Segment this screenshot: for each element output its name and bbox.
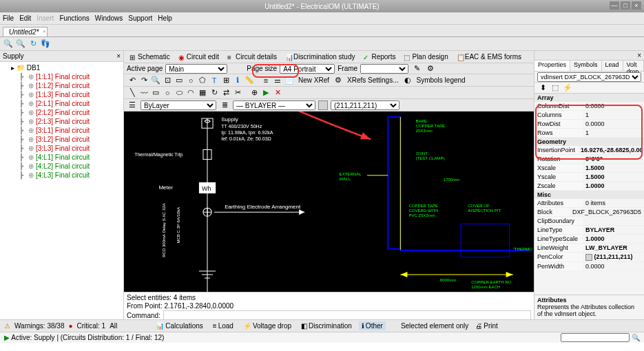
menu-functions[interactable]: Functions [59,14,89,22]
tree-circuit[interactable]: ┣⊕ [4:L3] Final circuit [3,171,121,180]
document-tab[interactable]: Untitled2* × [3,27,48,36]
load-button[interactable]: ≡Load [210,321,236,330]
rotate-icon[interactable]: ↻ [209,87,220,98]
object-selector[interactable]: vdInsert DXF_BLOCK_267963D5DCE5FED67l [537,72,641,82]
footprint-icon[interactable]: 👣 [40,39,51,50]
tab-discrimination[interactable]: 📊Discrimination study [282,52,357,61]
tab-reports[interactable]: ✓Reports [360,52,398,61]
undo-icon[interactable]: ↶ [127,75,138,86]
property-grid[interactable]: Array ColumnDist0.0000 Columns1 RowDist0… [534,94,644,295]
menu-edit[interactable]: Edit [19,14,31,22]
filter-all[interactable]: All [110,322,117,330]
page-size-select[interactable]: A4 Portrait [280,64,335,74]
tree-circuit[interactable]: ┣⊕ [3:L3] Final circuit [3,144,121,153]
new-xref-button[interactable]: New XRef [295,76,332,84]
color-select[interactable]: (211,211,211) [331,100,399,110]
tree-circuit[interactable]: ┣⊕ [3:L2] Final circuit [3,135,121,144]
tree-circuit[interactable]: ┣⊕ [4:L2] Final circuit [3,162,121,171]
tree-circuit[interactable]: ┣⊕ [1:L2] Final circuit [3,81,121,90]
panel-close-icon[interactable]: × [116,52,121,60]
circuit-tree[interactable]: ▸ 📁 DB1 ┣⊕ [1:L1] Final circuit┣⊕ [1:L2]… [0,62,123,181]
warnings-count[interactable]: Warnings: 38/38 [14,322,64,330]
mirror-icon[interactable]: ⇄ [220,87,231,98]
drawing-canvas[interactable]: Supply TT 400/230V 50Hz Ip: 11.98kA, Ipn… [124,111,534,292]
text-tool-icon[interactable]: T [209,75,220,86]
refresh-icon[interactable]: ↻ [28,39,39,50]
play-icon[interactable]: ▶ [260,87,271,98]
sort-icon[interactable]: ⬍ [537,83,548,94]
polygon-icon[interactable]: ⬠ [197,75,208,86]
arc-icon[interactable]: ◠ [185,87,196,98]
symbols-legend-button[interactable]: Symbols legend [414,76,468,84]
tab-schematic[interactable]: ⊞Schematic [127,52,173,61]
maximize-button[interactable]: □ [621,1,630,10]
zoom-icon[interactable]: 🔍 [150,75,161,86]
tree-circuit[interactable]: ┣⊕ [3:L1] Final circuit [3,126,121,135]
layer-select[interactable]: ByLayer [141,100,216,110]
list-icon[interactable]: ☰ [272,75,283,86]
tree-circuit[interactable]: ┣⊕ [2:L1] Final circuit [3,99,121,108]
grid-icon[interactable]: ⊞ [220,75,231,86]
delete-icon[interactable]: ✕ [272,87,283,98]
tab-plan[interactable]: ⬚Plan design [401,52,450,61]
hatch-icon[interactable]: ▦ [197,87,208,98]
layer-icon[interactable]: ≣ [219,100,230,111]
tab-lead[interactable]: Lead [602,61,623,71]
info-icon[interactable]: ℹ [232,75,243,86]
critical-count[interactable]: Critical: 1 [77,322,106,330]
tree-circuit[interactable]: ┣⊕ [4:L1] Final circuit [3,153,121,162]
panel-close-icon[interactable]: × [637,52,641,59]
polyline-icon[interactable]: 〰 [138,87,149,98]
lightning-icon[interactable]: ⚡ [562,83,573,94]
layer-icon[interactable]: ☰ [127,100,138,111]
linetype-select[interactable]: — BYLAYER — [233,100,315,110]
menu-file[interactable]: File [3,14,14,22]
frame-select[interactable] [360,64,408,74]
tab-circuit-edit[interactable]: ◉Circuit edit [176,52,222,61]
print-button[interactable]: 🖨Print [472,321,501,330]
close-tab-icon[interactable]: × [43,28,46,34]
tab-properties[interactable]: Properties [534,61,570,71]
circle-tool-icon[interactable]: ○ [185,75,196,86]
minimize-button[interactable]: — [610,1,619,10]
tree-root[interactable]: ▸ 📁 DB1 [3,63,121,72]
tab-symbols[interactable]: Symbols [570,61,602,71]
ellipse-icon[interactable]: ⬭ [174,87,185,98]
trim-icon[interactable]: ✂ [232,87,243,98]
menu-help[interactable]: Help [158,14,172,22]
active-page-select[interactable]: Main [165,64,227,74]
tree-circuit[interactable]: ┣⊕ [2:L2] Final circuit [3,108,121,117]
measure-icon[interactable]: 📏 [244,75,255,86]
xref-settings-icon[interactable]: ⚙ [333,75,344,86]
tab-circuit-details[interactable]: ≡Circuit details [225,52,280,61]
search-icon[interactable]: 🔍 [3,39,14,50]
xref-icon[interactable]: 📄 [284,75,295,86]
line-tool-icon[interactable]: ╲ [127,87,138,98]
tool-icon[interactable]: ⊕ [249,87,260,98]
color-swatch[interactable] [318,100,328,110]
selected-only-label[interactable]: Selected element only [401,322,468,330]
search-icon[interactable]: 🔍 [15,39,26,50]
tree-circuit[interactable]: ┣⊕ [1:L3] Final circuit [3,90,121,99]
align-icon[interactable]: ≡ [260,75,271,86]
filter-icon[interactable]: ⬚ [550,83,561,94]
menu-support[interactable]: Support [128,14,152,22]
legend-icon[interactable]: ◐ [402,75,413,86]
xrefs-settings-button[interactable]: XRefs Settings... [344,76,401,84]
discrimination-button[interactable]: ◧Discrimination [298,321,355,330]
gear-icon[interactable]: ⚙ [425,63,436,74]
menu-insert[interactable]: Insert [37,14,54,22]
calculations-button[interactable]: 📊Calculations [153,321,205,330]
close-button[interactable]: × [632,1,641,10]
circle-icon[interactable]: ○ [162,87,173,98]
zoom-window-icon[interactable]: ⊡ [162,75,173,86]
other-button[interactable]: ℹOther [359,321,386,330]
redo-icon[interactable]: ↷ [138,75,149,86]
edit-icon[interactable]: ✎ [411,63,422,74]
tree-circuit[interactable]: ┣⊕ [2:L3] Final circuit [3,117,121,126]
command-input[interactable] [163,310,531,320]
rect-tool-icon[interactable]: ▭ [150,87,161,98]
search-icon[interactable]: 🔍 [632,334,640,341]
tab-volt-drop[interactable]: Volt drop [623,61,644,71]
select-icon[interactable]: ▭ [174,75,185,86]
